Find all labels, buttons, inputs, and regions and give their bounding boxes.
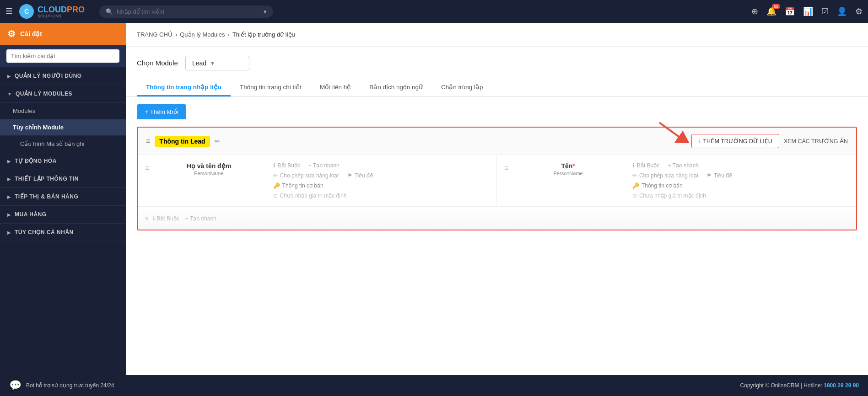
breadcrumb-current: Thiết lập trường dữ liệu [232,31,295,38]
field-quick-create-attr[interactable]: + Tạo nhanh [308,162,340,169]
breadcrumb-home[interactable]: TRANG CHỦ [137,31,173,38]
chat-icon[interactable]: 💬 [9,380,22,391]
logo: C CLOUDPRO SOLUTIONS [18,3,85,20]
hamburger-menu[interactable]: ☰ [5,6,13,16]
bulk-edit-label: Cho phép sửa hàng loạt [280,172,339,179]
search-icon: 🔍 [106,8,113,15]
breadcrumb-modules[interactable]: Quản lý Modules [180,31,225,38]
fields-grid: ≡ Họ và tên đệm PersonName ℹ Bắt Buộc [138,155,856,207]
field-bulk-edit-attr: ✏ Cho phép sửa hàng loạt [273,172,339,179]
field-info-link[interactable]: 🔑 Thông tin cơ bản [273,182,489,189]
tab-chi-tiet[interactable]: Thông tin trang chi tiết [231,79,311,96]
breadcrumb: TRANG CHỦ › Quản lý Modules › Thiết lập … [126,23,868,47]
toolbar: + Thêm khối [126,97,868,127]
field-title-attr: ⚑ Tiêu đề [347,172,373,179]
key-icon: 🔑 [273,182,280,189]
arrow-right-icon-3: ▶ [7,177,11,182]
field-type-label: PersonName [155,171,263,176]
arrow-right-icon: ▶ [7,74,11,79]
notification-icon[interactable]: 🔔 65 [766,6,776,16]
info-link-label: Thông tin cơ bản [282,182,323,189]
field-default-value-2: ⊙ Chưa nhập giá trị mặc định [632,193,849,199]
sidebar-settings-header: ⚙ Cài đặt [0,23,126,45]
sidebar: ⚙ Cài đặt ▶ QUẢN LÝ NGƯỜI DÙNG ▼ QUẢN LÝ… [0,23,126,396]
sidebar-automation-label: TỰ ĐỘNG HÓA [15,158,57,164]
title-label: Tiêu đề [355,172,373,179]
field-type-label-2: PersonName [514,171,622,176]
key-icon-2: 🔑 [632,182,639,189]
required-star: * [572,162,575,170]
module-select-dropdown[interactable]: Lead ▾ [185,56,249,70]
section-actions: + THÊM TRƯỜNG DỮ LIỆU XEM CÁC TRƯỜNG ẨN [691,134,848,148]
sidebar-tiep-thi-label: TIẾP THỊ & BÁN HÀNG [15,193,78,200]
sidebar-search-area[interactable] [0,45,126,67]
drag-handle-icon[interactable]: ≡ [146,137,150,145]
field-row-partial: ≡ ℹ Bắt Buộc + Tạo nhanh [138,207,856,230]
sidebar-item-tuy-chon[interactable]: ▶ TÙY CHỌN CÁ NHÂN [0,224,126,241]
tab-ban-dich[interactable]: Bản dịch ngôn ngữ [360,79,432,96]
user-icon[interactable]: 👤 [837,6,847,16]
tab-nhap-lieu[interactable]: Thông tin trang nhập liệu [137,79,231,96]
sidebar-menu: ▶ QUẢN LÝ NGƯỜI DÙNG ▼ QUẢN LÝ MODULES M… [0,67,126,396]
footer-chat-text: Bot hỗ trợ sử dụng trực tuyến 24/24 [26,382,114,389]
sidebar-item-thiet-lap[interactable]: ▶ THIẾT LẬP THÔNG TIN [0,170,126,188]
task-icon[interactable]: ☑ [821,6,829,16]
field-name-label: Họ và tên đệm [155,162,263,170]
default-label: Chưa nhập giá trị mặc định [280,193,347,199]
footer: 💬 Bot hỗ trợ sử dụng trực tuyến 24/24 Co… [0,375,868,396]
sidebar-item-user-management[interactable]: ▶ QUẢN LÝ NGƯỜI DÙNG [0,67,126,85]
chart-icon[interactable]: 📊 [803,6,813,16]
tab-moi-lien-he[interactable]: Mối liên hệ [311,79,360,96]
field-name-label-2: Tên* [514,162,622,170]
section-title: Thông tin Lead [155,136,210,147]
sidebar-thiet-lap-label: THIẾT LẬP THÔNG TIN [15,176,79,182]
add-block-button[interactable]: + Thêm khối [137,104,186,119]
field-drag-handle-icon[interactable]: ≡ [145,162,149,172]
footer-left: 💬 Bot hỗ trợ sử dụng trực tuyến 24/24 [9,380,114,391]
quick-create-label: + Tạo nhanh [308,162,340,169]
footer-hotline: 1900 29 29 90 [824,382,859,389]
tab-chan-trung-lap[interactable]: Chặn trùng lặp [432,79,492,96]
field-drag-handle-icon-2[interactable]: ≡ [504,162,508,172]
arrow-indicator [655,120,691,143]
view-hidden-button[interactable]: XEM CÁC TRƯỜNG ẨN [784,138,848,144]
search-input[interactable] [117,8,264,15]
module-selector-label: Chọn Module [137,59,178,67]
sidebar-subitem-tuy-chinh[interactable]: Tùy chỉnh Module [0,119,126,136]
breadcrumb-sep1: › [175,31,177,38]
add-field-button[interactable]: + THÊM TRƯỜNG DỮ LIỆU [691,134,779,148]
sidebar-item-automation[interactable]: ▶ TỰ ĐỘNG HÓA [0,152,126,170]
settings-label: Cài đặt [20,30,42,37]
sidebar-item-tiep-thi[interactable]: ▶ TIẾP THỊ & BÁN HÀNG [0,188,126,206]
default-icon: ⊙ [273,193,278,199]
required-label: Bắt Buộc [278,162,300,169]
edit-title-icon[interactable]: ✏ [215,138,220,145]
field-title-attr-2: ⚑ Tiêu đề [706,172,732,179]
sidebar-item-mua-hang[interactable]: ▶ MUA HÀNG [0,206,126,224]
drag-handle-partial: ≡ [145,215,148,222]
field-info-link-2[interactable]: 🔑 Thông tin cơ bản [632,182,849,189]
module-select-chevron-icon: ▾ [211,59,214,67]
sidebar-subitem-cau-hinh[interactable]: Cấu hình Mã số bản ghi [0,136,126,152]
arrow-right-icon-2: ▶ [7,159,11,164]
main-content: TRANG CHỦ › Quản lý Modules › Thiết lập … [126,23,868,396]
info-link-label-2: Thông tin cơ bản [642,182,683,189]
svg-line-3 [659,123,685,141]
tab-bar: Thông tin trang nhập liệu Thông tin tran… [126,70,868,97]
settings-icon[interactable]: ⚙ [855,6,863,16]
sidebar-item-label-modules: QUẢN LÝ MODULES [16,91,72,97]
sidebar-subitem-modules[interactable]: Modules [0,103,126,119]
module-select-value: Lead [192,59,206,67]
add-icon[interactable]: ⊕ [751,6,758,16]
calendar-icon[interactable]: 📅 [785,6,795,16]
search-bar[interactable]: 🔍 ▾ [99,5,273,18]
sidebar-search-input[interactable] [6,49,119,63]
field-quick-create-attr-2[interactable]: + Tạo nhanh [668,162,699,169]
field-card-ten: ≡ Tên* PersonName ℹ Bắt Buộc [497,155,856,207]
field-required-attr-2: ℹ Bắt Buộc [632,162,659,169]
top-navigation: ☰ C CLOUDPRO SOLUTIONS 🔍 ▾ ⊕ 🔔 65 📅 📊 ☑ … [0,0,868,23]
field-required-attr: ℹ Bắt Buộc [273,162,300,169]
arrow-down-icon: ▼ [7,91,12,96]
flag-icon-2: ⚑ [706,172,712,179]
sidebar-item-module-management[interactable]: ▼ QUẢN LÝ MODULES [0,85,126,103]
